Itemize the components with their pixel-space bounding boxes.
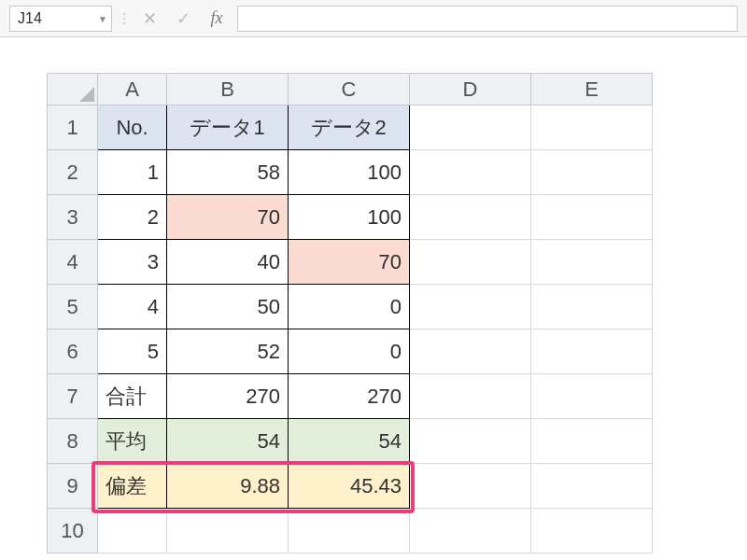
cell-D5[interactable] [410, 285, 531, 329]
cell-A5[interactable]: 4 [98, 285, 167, 329]
cell-C8[interactable]: 54 [289, 419, 410, 464]
cell-D7[interactable] [410, 374, 531, 419]
row-header-7[interactable]: 7 [48, 374, 98, 419]
row-header-6[interactable]: 6 [48, 329, 98, 374]
cell-E10[interactable] [531, 509, 653, 553]
cell-A8[interactable]: 平均 [98, 419, 167, 464]
cell-E2[interactable] [531, 150, 653, 195]
cell-D4[interactable] [410, 240, 531, 285]
col-header-D[interactable]: D [410, 74, 531, 105]
cell-A10[interactable] [98, 509, 167, 553]
cell-E9[interactable] [531, 464, 653, 509]
row-header-1[interactable]: 1 [48, 105, 98, 150]
cell-C6[interactable]: 0 [289, 329, 410, 374]
dropdown-icon[interactable]: ▼ [98, 13, 107, 23]
cell-C7[interactable]: 270 [289, 374, 410, 419]
cell-D2[interactable] [410, 150, 531, 195]
cell-D3[interactable] [410, 195, 531, 240]
fx-icon[interactable]: fx [204, 6, 230, 32]
cell-D9[interactable] [410, 464, 531, 509]
col-header-E[interactable]: E [531, 74, 653, 105]
cell-C3[interactable]: 100 [289, 195, 410, 240]
cell-E1[interactable] [531, 105, 653, 150]
cell-B3[interactable]: 70 [167, 195, 289, 240]
cell-D8[interactable] [410, 419, 531, 464]
row-header-8[interactable]: 8 [48, 419, 98, 464]
row-header-2[interactable]: 2 [48, 150, 98, 195]
cell-A4[interactable]: 3 [98, 240, 167, 285]
cell-C5[interactable]: 0 [289, 285, 410, 329]
cell-B10[interactable] [167, 509, 289, 553]
cell-C9[interactable]: 45.43 [289, 464, 410, 509]
row-header-10[interactable]: 10 [48, 509, 98, 553]
select-all-corner[interactable] [48, 74, 98, 105]
cell-A9[interactable]: 偏差 [98, 464, 167, 509]
cell-E3[interactable] [531, 195, 653, 240]
cell-C2[interactable]: 100 [289, 150, 410, 195]
spreadsheet-window: J14 ▼ ✕ ✓ fx A B C D E 1 No. データ1 デ [0, 0, 747, 560]
cell-B9[interactable]: 9.88 [167, 464, 289, 509]
formula-bar-row: J14 ▼ ✕ ✓ fx [0, 0, 747, 37]
cell-E8[interactable] [531, 419, 653, 464]
worksheet[interactable]: A B C D E 1 No. データ1 データ2 2 1 58 100 [47, 73, 653, 553]
name-box[interactable]: J14 ▼ [9, 6, 112, 32]
cell-D10[interactable] [410, 509, 531, 553]
cell-A6[interactable]: 5 [98, 329, 167, 374]
row-header-3[interactable]: 3 [48, 195, 98, 240]
row-header-9[interactable]: 9 [48, 464, 98, 509]
cell-B5[interactable]: 50 [167, 285, 289, 329]
col-header-A[interactable]: A [98, 74, 167, 105]
cell-B1[interactable]: データ1 [167, 105, 289, 150]
cell-B8[interactable]: 54 [167, 419, 289, 464]
cell-E6[interactable] [531, 329, 653, 374]
confirm-icon[interactable]: ✓ [170, 6, 196, 32]
cancel-icon[interactable]: ✕ [136, 6, 162, 32]
cell-E5[interactable] [531, 285, 653, 329]
row-header-4[interactable]: 4 [48, 240, 98, 285]
cell-D1[interactable] [410, 105, 531, 150]
col-header-B[interactable]: B [167, 74, 289, 105]
row-header-5[interactable]: 5 [48, 285, 98, 329]
cell-B4[interactable]: 40 [167, 240, 289, 285]
cell-D6[interactable] [410, 329, 531, 374]
formula-input[interactable] [237, 6, 738, 32]
separator-dots [120, 13, 129, 24]
col-header-C[interactable]: C [289, 74, 410, 105]
name-box-value: J14 [18, 10, 42, 27]
cell-B2[interactable]: 58 [167, 150, 289, 195]
cell-A7[interactable]: 合計 [98, 374, 167, 419]
grid-table: A B C D E 1 No. データ1 データ2 2 1 58 100 [47, 73, 653, 553]
cell-E4[interactable] [531, 240, 653, 285]
cell-B6[interactable]: 52 [167, 329, 289, 374]
cell-C1[interactable]: データ2 [289, 105, 410, 150]
cell-E7[interactable] [531, 374, 653, 419]
cell-A1[interactable]: No. [98, 105, 167, 150]
cell-B7[interactable]: 270 [167, 374, 289, 419]
cell-A3[interactable]: 2 [98, 195, 167, 240]
cell-C4[interactable]: 70 [289, 240, 410, 285]
cell-C10[interactable] [289, 509, 410, 553]
cell-A2[interactable]: 1 [98, 150, 167, 195]
